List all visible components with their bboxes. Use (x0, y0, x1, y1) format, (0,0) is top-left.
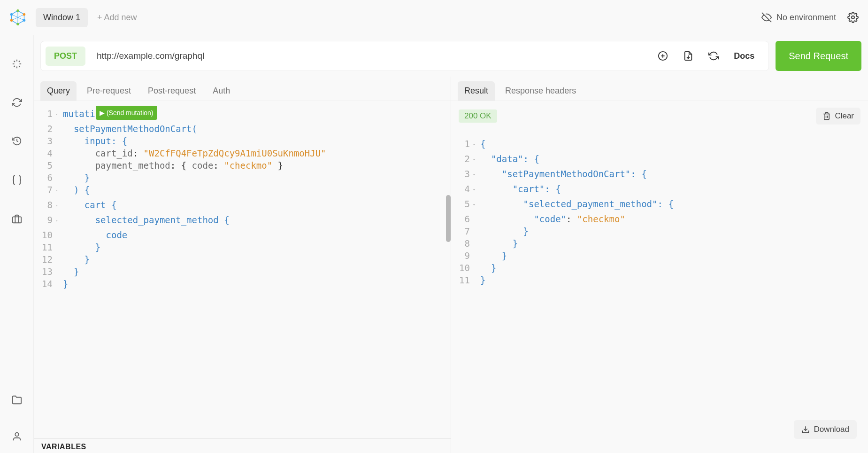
add-window-button[interactable]: + Add new (97, 13, 137, 23)
url-input[interactable] (97, 51, 648, 61)
download-button-label: Download (814, 425, 849, 434)
trash-icon (822, 112, 831, 120)
result-pane: ResultResponse headers 200 OK Clear 1˅{2… (451, 77, 868, 453)
code-line: 7˅ ) { (38, 184, 446, 199)
code-line: 10 code (38, 229, 446, 241)
eye-off-icon (761, 12, 772, 23)
code-line: 9˅ selected_payment_method { (38, 214, 446, 229)
svg-point-4 (16, 9, 19, 12)
code-line: 7 } (456, 225, 863, 237)
svg-point-5 (23, 13, 25, 16)
braces-icon[interactable] (11, 174, 23, 186)
code-line: 11 } (38, 241, 446, 253)
clear-button[interactable]: Clear (816, 108, 860, 125)
code-line: 1˅{ (456, 138, 863, 153)
send-mutation-badge[interactable]: ▶ (Send mutation) (96, 106, 157, 120)
window-tab[interactable]: Window 1 (36, 8, 88, 27)
svg-rect-20 (12, 217, 21, 223)
code-line: 2 setPaymentMethodOnCart( (38, 123, 446, 135)
variables-section-header[interactable]: VARIABLES (34, 438, 451, 453)
file-download-icon[interactable] (683, 51, 693, 61)
send-request-button[interactable]: Send Request (776, 41, 861, 71)
svg-line-19 (18, 61, 20, 62)
svg-line-15 (18, 66, 20, 67)
clear-button-label: Clear (835, 111, 854, 121)
refresh-icon[interactable] (12, 97, 22, 108)
tab-query[interactable]: Query (40, 81, 77, 101)
svg-point-9 (10, 13, 13, 16)
url-bar: POST Docs Send Request (34, 35, 868, 77)
environment-selector[interactable]: No environment (761, 12, 836, 23)
query-editor[interactable]: ▶ (Send mutation) 1˅mutation {2 setPayme… (34, 101, 451, 438)
http-method-badge[interactable]: POST (46, 47, 85, 66)
url-box: POST Docs (40, 41, 769, 71)
sidebar (0, 35, 34, 453)
svg-point-21 (15, 433, 18, 436)
folder-icon[interactable] (12, 395, 22, 405)
svg-line-14 (14, 61, 15, 62)
docs-button[interactable]: Docs (734, 51, 754, 61)
tab-auth[interactable]: Auth (206, 81, 237, 101)
tab-post-request[interactable]: Post-request (141, 81, 202, 101)
history-icon[interactable] (12, 136, 22, 146)
environment-label: No environment (776, 13, 836, 23)
code-line: 3˅ "setPaymentMethodOnCart": { (456, 168, 863, 183)
app-logo-icon (9, 9, 26, 26)
code-line: 10 } (456, 262, 863, 274)
result-viewer[interactable]: 1˅{2˅ "data": {3˅ "setPaymentMethodOnCar… (451, 131, 868, 453)
svg-point-7 (16, 23, 19, 25)
reload-icon[interactable] (708, 51, 719, 61)
code-line: 8 } (456, 237, 863, 250)
loading-icon[interactable] (12, 59, 22, 69)
settings-icon[interactable] (847, 12, 859, 23)
download-icon (801, 425, 810, 434)
svg-point-11 (852, 16, 854, 19)
code-line: 2˅ "data": { (456, 153, 863, 168)
code-line: 14} (38, 278, 446, 290)
code-line: 13 } (38, 266, 446, 278)
code-line: 6 "code": "checkmo" (456, 213, 863, 225)
code-line: 9 } (456, 250, 863, 262)
top-bar: Window 1 + Add new No environment (0, 0, 868, 35)
tab-response-headers[interactable]: Response headers (499, 81, 583, 101)
code-line: 4 cart_id: "W2CfFQ4FeTpZdQcy9A1miU0SuKnm… (38, 147, 446, 159)
code-line: 3 input: { (38, 135, 446, 147)
query-tabs: QueryPre-requestPost-requestAuth (34, 77, 451, 101)
svg-line-18 (14, 66, 15, 67)
user-icon[interactable] (12, 431, 22, 442)
code-line: 11} (456, 274, 863, 286)
svg-point-8 (10, 19, 13, 22)
code-line: 6 } (38, 172, 446, 184)
briefcase-icon[interactable] (12, 214, 22, 224)
tab-pre-request[interactable]: Pre-request (80, 81, 138, 101)
code-line: 5 payment_method: { code: "checkmo" } (38, 159, 446, 172)
code-line: 8˅ cart { (38, 199, 446, 214)
tab-result[interactable]: Result (458, 81, 495, 101)
status-badge: 200 OK (459, 109, 497, 123)
result-tabs: ResultResponse headers (451, 77, 868, 101)
query-pane: QueryPre-requestPost-requestAuth ▶ (Send… (34, 77, 451, 453)
plus-circle-icon[interactable] (658, 51, 668, 61)
svg-point-6 (23, 19, 25, 22)
code-line: 5˅ "selected_payment_method": { (456, 198, 863, 213)
code-line: 12 } (38, 253, 446, 266)
download-button[interactable]: Download (794, 420, 857, 439)
scrollbar-thumb[interactable] (446, 195, 451, 242)
code-line: 4˅ "cart": { (456, 183, 863, 198)
